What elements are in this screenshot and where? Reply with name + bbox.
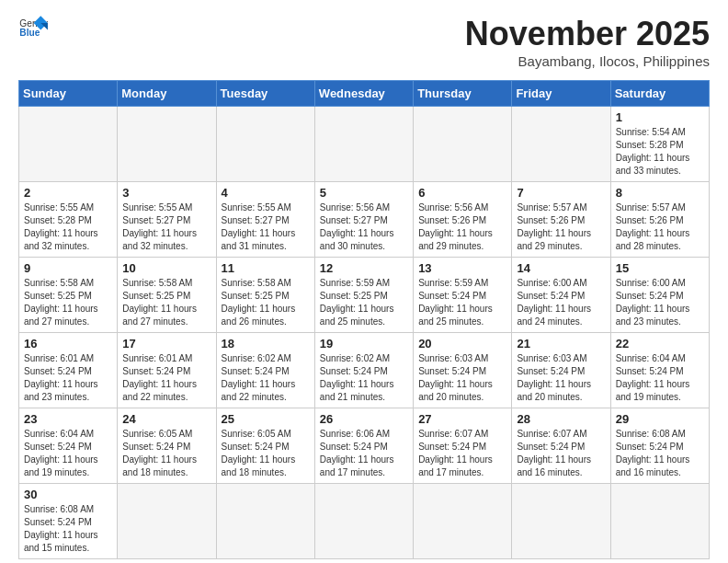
day-number: 21 (517, 337, 605, 350)
calendar-cell: 25Sunrise: 6:05 AM Sunset: 5:24 PM Dayli… (216, 408, 314, 484)
calendar-cell: 13Sunrise: 5:59 AM Sunset: 5:24 PM Dayli… (414, 258, 512, 333)
day-info: Sunrise: 6:07 AM Sunset: 5:24 PM Dayligh… (517, 428, 605, 479)
weekday-header-monday: Monday (118, 81, 216, 107)
calendar-cell (610, 484, 709, 559)
day-number: 22 (616, 337, 704, 350)
day-info: Sunrise: 6:00 AM Sunset: 5:24 PM Dayligh… (517, 277, 605, 328)
day-info: Sunrise: 5:58 AM Sunset: 5:25 PM Dayligh… (24, 277, 112, 328)
calendar-cell (512, 484, 610, 559)
day-number: 20 (418, 337, 506, 350)
weekday-header-thursday: Thursday (414, 81, 512, 107)
calendar-cell: 7Sunrise: 5:57 AM Sunset: 5:26 PM Daylig… (512, 182, 610, 258)
calendar-cell: 1Sunrise: 5:54 AM Sunset: 5:28 PM Daylig… (610, 107, 709, 182)
day-info: Sunrise: 5:59 AM Sunset: 5:25 PM Dayligh… (320, 277, 408, 328)
page-header: General Blue November 2025 Bayambang, Il… (18, 15, 710, 69)
calendar-cell (414, 484, 512, 559)
day-number: 7 (517, 186, 605, 200)
day-number: 6 (418, 186, 506, 200)
day-info: Sunrise: 5:56 AM Sunset: 5:27 PM Dayligh… (320, 201, 408, 253)
day-info: Sunrise: 6:01 AM Sunset: 5:24 PM Dayligh… (24, 352, 112, 404)
day-info: Sunrise: 6:04 AM Sunset: 5:24 PM Dayligh… (616, 352, 704, 404)
calendar-cell: 26Sunrise: 6:06 AM Sunset: 5:24 PM Dayli… (314, 408, 413, 484)
day-info: Sunrise: 6:02 AM Sunset: 5:24 PM Dayligh… (222, 352, 310, 404)
day-number: 25 (222, 412, 310, 426)
day-info: Sunrise: 6:07 AM Sunset: 5:24 PM Dayligh… (418, 428, 506, 479)
calendar-table: SundayMondayTuesdayWednesdayThursdayFrid… (18, 80, 710, 559)
logo: General Blue (18, 15, 48, 40)
calendar-cell: 23Sunrise: 6:04 AM Sunset: 5:24 PM Dayli… (19, 408, 118, 484)
day-number: 1 (616, 110, 704, 124)
day-info: Sunrise: 6:08 AM Sunset: 5:24 PM Dayligh… (616, 428, 704, 479)
calendar-cell (216, 107, 314, 182)
day-info: Sunrise: 6:02 AM Sunset: 5:24 PM Dayligh… (320, 352, 408, 404)
day-info: Sunrise: 5:57 AM Sunset: 5:26 PM Dayligh… (517, 201, 605, 253)
calendar-cell: 12Sunrise: 5:59 AM Sunset: 5:25 PM Dayli… (314, 258, 413, 333)
calendar-cell: 11Sunrise: 5:58 AM Sunset: 5:25 PM Dayli… (216, 258, 314, 333)
day-number: 30 (24, 488, 112, 501)
month-title: November 2025 (465, 15, 710, 53)
calendar-cell (314, 484, 413, 559)
day-number: 2 (24, 186, 112, 200)
day-number: 27 (418, 412, 506, 426)
day-number: 13 (418, 261, 506, 275)
calendar-cell (19, 107, 118, 182)
day-info: Sunrise: 5:55 AM Sunset: 5:27 PM Dayligh… (222, 201, 310, 253)
calendar-cell (118, 107, 216, 182)
day-number: 26 (320, 412, 408, 426)
day-number: 16 (24, 337, 112, 350)
day-number: 9 (24, 261, 112, 275)
calendar-cell: 14Sunrise: 6:00 AM Sunset: 5:24 PM Dayli… (512, 258, 610, 333)
day-info: Sunrise: 5:55 AM Sunset: 5:27 PM Dayligh… (122, 201, 210, 253)
calendar-cell: 22Sunrise: 6:04 AM Sunset: 5:24 PM Dayli… (610, 333, 709, 408)
calendar-cell: 17Sunrise: 6:01 AM Sunset: 5:24 PM Dayli… (118, 333, 216, 408)
day-info: Sunrise: 6:05 AM Sunset: 5:24 PM Dayligh… (122, 428, 210, 479)
calendar-cell: 21Sunrise: 6:03 AM Sunset: 5:24 PM Dayli… (512, 333, 610, 408)
day-info: Sunrise: 5:58 AM Sunset: 5:25 PM Dayligh… (122, 277, 210, 328)
day-number: 12 (320, 261, 408, 275)
day-info: Sunrise: 5:59 AM Sunset: 5:24 PM Dayligh… (418, 277, 506, 328)
calendar-cell: 2Sunrise: 5:55 AM Sunset: 5:28 PM Daylig… (19, 182, 118, 258)
day-info: Sunrise: 6:00 AM Sunset: 5:24 PM Dayligh… (616, 277, 704, 328)
calendar-cell: 8Sunrise: 5:57 AM Sunset: 5:26 PM Daylig… (610, 182, 709, 258)
day-info: Sunrise: 5:55 AM Sunset: 5:28 PM Dayligh… (24, 201, 112, 253)
day-info: Sunrise: 6:03 AM Sunset: 5:24 PM Dayligh… (517, 352, 605, 404)
calendar-cell: 28Sunrise: 6:07 AM Sunset: 5:24 PM Dayli… (512, 408, 610, 484)
calendar-cell: 18Sunrise: 6:02 AM Sunset: 5:24 PM Dayli… (216, 333, 314, 408)
calendar-cell (118, 484, 216, 559)
calendar-cell: 19Sunrise: 6:02 AM Sunset: 5:24 PM Dayli… (314, 333, 413, 408)
svg-text:Blue: Blue (19, 28, 40, 38)
calendar-cell: 27Sunrise: 6:07 AM Sunset: 5:24 PM Dayli… (414, 408, 512, 484)
title-area: November 2025 Bayambang, Ilocos, Philipp… (465, 15, 710, 69)
day-number: 14 (517, 261, 605, 275)
day-info: Sunrise: 6:01 AM Sunset: 5:24 PM Dayligh… (122, 352, 210, 404)
calendar-cell: 5Sunrise: 5:56 AM Sunset: 5:27 PM Daylig… (314, 182, 413, 258)
calendar-cell: 6Sunrise: 5:56 AM Sunset: 5:26 PM Daylig… (414, 182, 512, 258)
day-number: 23 (24, 412, 112, 426)
calendar-cell: 30Sunrise: 6:08 AM Sunset: 5:24 PM Dayli… (19, 484, 118, 559)
day-info: Sunrise: 6:05 AM Sunset: 5:24 PM Dayligh… (222, 428, 310, 479)
calendar-cell (314, 107, 413, 182)
day-info: Sunrise: 5:56 AM Sunset: 5:26 PM Dayligh… (418, 201, 506, 253)
day-info: Sunrise: 6:04 AM Sunset: 5:24 PM Dayligh… (24, 428, 112, 479)
day-number: 17 (122, 337, 210, 350)
location-title: Bayambang, Ilocos, Philippines (465, 53, 710, 69)
calendar-cell: 9Sunrise: 5:58 AM Sunset: 5:25 PM Daylig… (19, 258, 118, 333)
day-number: 24 (122, 412, 210, 426)
day-number: 4 (222, 186, 310, 200)
day-number: 19 (320, 337, 408, 350)
calendar-cell: 15Sunrise: 6:00 AM Sunset: 5:24 PM Dayli… (610, 258, 709, 333)
calendar-cell: 20Sunrise: 6:03 AM Sunset: 5:24 PM Dayli… (414, 333, 512, 408)
calendar-cell (216, 484, 314, 559)
day-info: Sunrise: 5:54 AM Sunset: 5:28 PM Dayligh… (616, 126, 704, 178)
day-number: 10 (122, 261, 210, 275)
calendar-cell: 24Sunrise: 6:05 AM Sunset: 5:24 PM Dayli… (118, 408, 216, 484)
calendar-cell: 4Sunrise: 5:55 AM Sunset: 5:27 PM Daylig… (216, 182, 314, 258)
day-info: Sunrise: 5:58 AM Sunset: 5:25 PM Dayligh… (222, 277, 310, 328)
calendar-cell: 10Sunrise: 5:58 AM Sunset: 5:25 PM Dayli… (118, 258, 216, 333)
day-number: 5 (320, 186, 408, 200)
day-number: 28 (517, 412, 605, 426)
day-number: 29 (616, 412, 704, 426)
calendar-cell (414, 107, 512, 182)
day-number: 15 (616, 261, 704, 275)
weekday-header-saturday: Saturday (610, 81, 709, 107)
